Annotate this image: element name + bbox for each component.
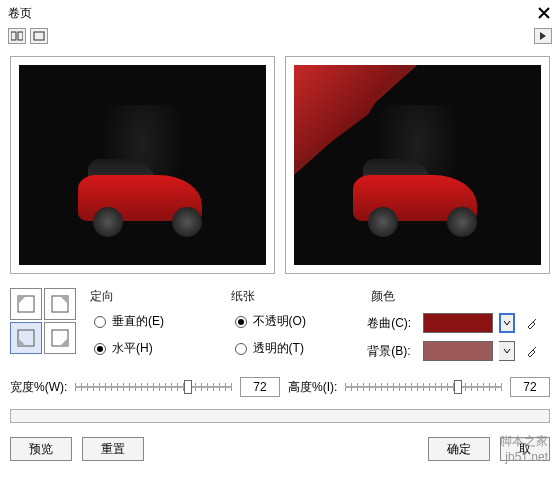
radio-horizontal-label: 水平(H) [112, 340, 153, 357]
width-slider-label: 宽度%(W): [10, 379, 67, 396]
corner-top-left[interactable] [10, 288, 42, 320]
reset-button[interactable]: 重置 [82, 437, 144, 461]
single-pane-icon[interactable] [30, 28, 48, 44]
radio-transparent-label: 透明的(T) [253, 340, 304, 357]
progress-bar [10, 409, 550, 423]
chevron-down-icon [503, 347, 511, 355]
curl-color-dropdown[interactable] [499, 313, 515, 333]
width-value-input[interactable]: 72 [240, 377, 280, 397]
corner-bottom-right[interactable] [44, 322, 76, 354]
radio-opaque-label: 不透明(O) [253, 313, 306, 330]
svg-rect-0 [11, 32, 16, 40]
bg-color-label: 背景(B): [367, 343, 417, 360]
preview-result [285, 56, 550, 274]
curl-color-label: 卷曲(C): [367, 315, 417, 332]
preview-button[interactable]: 预览 [10, 437, 72, 461]
height-slider[interactable] [345, 378, 502, 396]
corner-bottom-left[interactable] [10, 322, 42, 354]
radio-horizontal[interactable]: 水平(H) [94, 340, 217, 357]
height-slider-label: 高度%(I): [288, 379, 337, 396]
chevron-down-icon [503, 319, 511, 327]
close-icon[interactable] [536, 5, 552, 21]
width-slider[interactable] [75, 378, 232, 396]
dual-pane-icon[interactable] [8, 28, 26, 44]
radio-transparent[interactable]: 透明的(T) [235, 340, 358, 357]
preview-original [10, 56, 275, 274]
paper-label: 纸张 [231, 288, 358, 305]
radio-vertical-label: 垂直的(E) [112, 313, 164, 330]
radio-icon [235, 316, 247, 328]
radio-icon [235, 343, 247, 355]
radio-icon [94, 343, 106, 355]
bg-color-swatch[interactable] [423, 341, 493, 361]
radio-opaque[interactable]: 不透明(O) [235, 313, 358, 330]
corner-top-right[interactable] [44, 288, 76, 320]
ok-button[interactable]: 确定 [428, 437, 490, 461]
svg-rect-2 [34, 32, 44, 40]
color-label: 颜色 [371, 288, 550, 305]
height-value-input[interactable]: 72 [510, 377, 550, 397]
cancel-button[interactable]: 取 [500, 437, 550, 461]
svg-rect-1 [18, 32, 23, 40]
corner-selector [10, 288, 76, 369]
bg-color-dropdown[interactable] [499, 341, 515, 361]
orientation-label: 定向 [90, 288, 217, 305]
radio-vertical[interactable]: 垂直的(E) [94, 313, 217, 330]
eyedropper-icon[interactable] [521, 341, 543, 361]
play-icon[interactable] [534, 28, 552, 44]
radio-icon [94, 316, 106, 328]
eyedropper-icon[interactable] [521, 313, 543, 333]
window-title: 卷页 [8, 5, 32, 22]
curl-color-swatch[interactable] [423, 313, 493, 333]
